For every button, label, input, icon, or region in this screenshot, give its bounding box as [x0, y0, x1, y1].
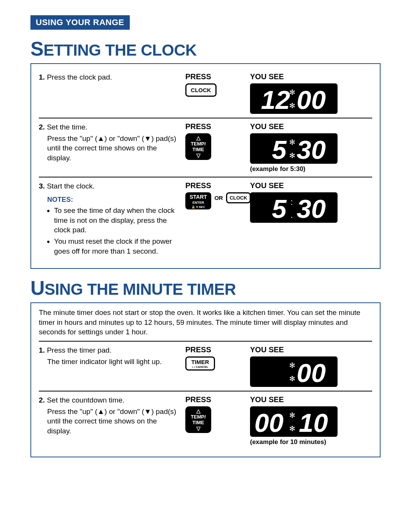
step3-text: Start the clock. [47, 182, 95, 190]
press-column: PRESS TEMP/ TIME [185, 395, 246, 446]
svg-text:10: 10 [299, 408, 328, 437]
display-caption: (example for 5:30) [250, 165, 372, 173]
svg-text::: : [290, 197, 293, 207]
svg-text:✻: ✻ [289, 88, 295, 96]
yousee-column: YOU SEE 5 : . 30 [250, 181, 372, 257]
arrow-up-icon [186, 135, 210, 141]
step-number: 2. [39, 123, 45, 131]
timer-step1-instruction: 1. Press the timer pad. The timer indica… [39, 345, 182, 387]
yousee-header: YOU SEE [250, 72, 372, 81]
svg-text:✻: ✻ [289, 102, 295, 110]
temp-time-button: TEMP/ TIME [185, 133, 211, 160]
clock-button-inline: CLOCK [226, 192, 250, 203]
time-label: TIME [192, 147, 204, 152]
cancel-label: • • CANCEL [187, 365, 213, 369]
yousee-header: YOU SEE [250, 395, 372, 404]
press-header: PRESS [185, 395, 246, 404]
display-panel-1200: 12 ✻ ✻ 00 [250, 83, 338, 114]
svg-text:.: . [290, 210, 293, 220]
or-label: OR [214, 195, 223, 201]
timer-step-row-1: 1. Press the timer pad. The timer indica… [39, 341, 372, 391]
display-panel-00: ✻ ✻ 00 [250, 356, 338, 387]
svg-text:✻: ✻ [289, 138, 295, 146]
svg-text:00: 00 [254, 408, 284, 437]
svg-text:30: 30 [296, 194, 326, 223]
yousee-header: YOU SEE [250, 345, 372, 354]
timer-step-row-2: 2. Set the countdown time. Press the "up… [39, 391, 372, 450]
section2-box: The minute timer does not start or stop … [30, 302, 381, 457]
timer-step2-sub: Press the "up" (▲) or "down" (▼) pad(s) … [39, 407, 182, 436]
press-column: PRESS START ENTER 🔒 5 SEC OR CLOCK [185, 181, 246, 257]
svg-text:5: 5 [272, 135, 287, 164]
arrow-up-icon [186, 408, 210, 414]
start-label: START [190, 194, 207, 200]
svg-text:✻: ✻ [289, 361, 295, 369]
time-label: TIME [192, 420, 204, 425]
note-item: You must reset the clock if the power go… [54, 236, 182, 256]
clock-button: CLOCK [185, 83, 217, 97]
page: USING YOUR RANGE SETTING THE CLOCK 1. Pr… [0, 0, 411, 532]
notes-list: To see the time of day when the clock ti… [39, 206, 182, 256]
svg-text:5: 5 [272, 194, 287, 223]
display-panel-0010: 00 ✻ ✻ 10 [250, 406, 338, 437]
svg-text:00: 00 [296, 358, 326, 387]
svg-text:✻: ✻ [289, 375, 295, 383]
lock-label: 🔒 5 SEC [186, 205, 210, 209]
svg-text:✻: ✻ [289, 152, 295, 160]
step1-instruction: 1. Press the clock pad. [39, 72, 182, 114]
step3-instruction: 3. Start the clock. NOTES: To see the ti… [39, 181, 182, 257]
section-title-timer: USING THE MINUTE TIMER [30, 276, 381, 299]
svg-text:✻: ✻ [289, 411, 295, 419]
timer-label: TIMER [191, 359, 209, 365]
section-title-clock: SETTING THE CLOCK [30, 37, 381, 60]
press-header: PRESS [185, 345, 246, 354]
yousee-column: YOU SEE 5 ✻ ✻ 30 (example for 5:30) [250, 122, 372, 173]
step2-text: Set the time. [47, 123, 88, 131]
step-number: 1. [39, 346, 45, 354]
enter-label: ENTER [186, 201, 210, 204]
timer-step1-text: Press the timer pad. [47, 346, 112, 354]
section2-intro: The minute timer does not start or stop … [39, 308, 372, 337]
step1-text: Press the clock pad. [47, 73, 112, 81]
section1-box: 1. Press the clock pad. PRESS CLOCK YOU … [30, 63, 381, 269]
timer-step2-text: Set the countdown time. [47, 396, 124, 404]
step-row-3: 3. Start the clock. NOTES: To see the ti… [39, 177, 372, 261]
temp-time-button: TEMP/ TIME [185, 406, 211, 433]
yousee-column: YOU SEE ✻ ✻ 00 [250, 345, 372, 387]
step-row-2: 2. Set the time. Press the "up" (▲) or "… [39, 118, 372, 177]
step-number: 3. [39, 182, 45, 190]
svg-text:✻: ✻ [289, 425, 295, 433]
step2-instruction: 2. Set the time. Press the "up" (▲) or "… [39, 122, 182, 173]
display-panel-530: 5 ✻ ✻ 30 [250, 133, 338, 164]
notes-label: NOTES: [39, 195, 182, 204]
press-header: PRESS [185, 122, 246, 131]
press-column: PRESS TEMP/ TIME [185, 122, 246, 173]
arrow-down-icon [186, 425, 210, 431]
svg-text:00: 00 [296, 85, 326, 114]
timer-step1-sub: The timer indicator light will light up. [39, 357, 182, 367]
timer-step2-instruction: 2. Set the countdown time. Press the "up… [39, 395, 182, 446]
section-header-bar: USING YOUR RANGE [30, 15, 130, 30]
step-number: 2. [39, 396, 45, 404]
press-column: PRESS TIMER • • CANCEL [185, 345, 246, 387]
yousee-header: YOU SEE [250, 181, 372, 190]
step2-sub: Press the "up" (▲) or "down" (▼) pad(s) … [39, 134, 182, 163]
svg-text:30: 30 [296, 135, 326, 164]
arrow-down-icon [186, 152, 210, 158]
svg-text:12: 12 [261, 85, 290, 114]
press-column: PRESS CLOCK [185, 72, 246, 114]
yousee-column: YOU SEE 00 ✻ ✻ 10 (example for 10 minute… [250, 395, 372, 446]
start-button: START ENTER 🔒 5 SEC [185, 192, 211, 209]
step-row-1: 1. Press the clock pad. PRESS CLOCK YOU … [39, 69, 372, 118]
yousee-column: YOU SEE 12 ✻ ✻ 00 [250, 72, 372, 114]
yousee-header: YOU SEE [250, 122, 372, 131]
display-caption-2: (example for 10 minutes) [250, 438, 372, 446]
timer-button: TIMER • • CANCEL [185, 356, 215, 371]
display-panel-530b: 5 : . 30 [250, 192, 338, 223]
temp-label: TEMP/ [191, 141, 206, 147]
press-header: PRESS [185, 181, 246, 190]
press-header: PRESS [185, 72, 246, 81]
note-item: To see the time of day when the clock ti… [54, 206, 182, 235]
step-number: 1. [39, 73, 45, 81]
temp-label: TEMP/ [191, 414, 206, 420]
